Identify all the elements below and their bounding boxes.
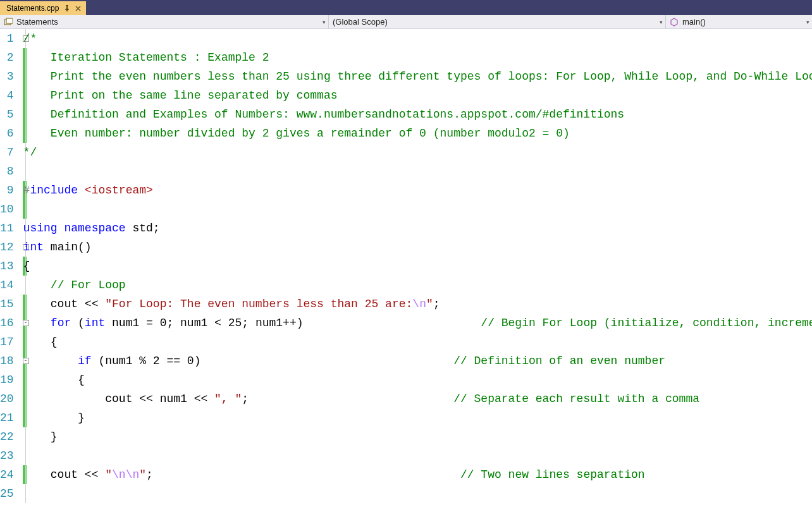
line-number-gutter: 1234567891011121314151617181920212223242… (0, 29, 23, 512)
code-line[interactable]: #include <iostream> (23, 181, 812, 200)
code-line[interactable] (23, 484, 812, 503)
tab-strip: Statements.cpp (0, 0, 812, 15)
chevron-down-icon: ▾ (806, 19, 809, 25)
line-number: 23 (0, 446, 16, 465)
line-number: 24 (0, 465, 16, 484)
line-number: 12 (0, 238, 16, 257)
tab-title: Statements.cpp (6, 4, 59, 13)
line-number: 19 (0, 370, 16, 389)
line-number: 17 (0, 332, 16, 351)
member-selector-label: main() (682, 17, 706, 27)
code-line[interactable] (23, 446, 812, 465)
code-line[interactable]: { (23, 370, 812, 389)
chevron-down-icon: ▾ (323, 19, 326, 25)
member-selector[interactable]: main() ▾ (666, 15, 812, 28)
code-line[interactable] (23, 200, 812, 219)
code-line[interactable]: Iteration Statements : Example 2 (23, 48, 812, 67)
code-line[interactable] (23, 162, 812, 181)
code-line[interactable]: // For Loop (23, 276, 812, 295)
line-number: 13 (0, 257, 16, 276)
line-number: 2 (0, 48, 16, 67)
method-icon (670, 18, 679, 27)
line-number: 3 (0, 67, 16, 86)
code-line[interactable]: cout << "\n\n"; // Two new lines separat… (23, 465, 812, 484)
line-number: 20 (0, 389, 16, 408)
class-icon (4, 18, 13, 27)
code-line[interactable]: cout << num1 << ", "; // Separate each r… (23, 389, 812, 408)
code-editor[interactable]: 1234567891011121314151617181920212223242… (0, 29, 812, 512)
code-line[interactable]: int main() (23, 238, 812, 257)
code-line[interactable]: Even number: number divided by 2 gives a… (23, 124, 812, 143)
class-selector-label: Statements (16, 17, 58, 27)
code-line[interactable]: */ (23, 143, 812, 162)
code-line[interactable]: Print on the same line separated by comm… (23, 86, 812, 105)
code-line[interactable]: { (23, 332, 812, 351)
line-number: 10 (0, 200, 16, 219)
code-line[interactable]: cout << "For Loop: The even numbers less… (23, 295, 812, 314)
scope-selector[interactable]: (Global Scope) ▾ (329, 15, 666, 28)
code-line[interactable]: using namespace std; (23, 219, 812, 238)
code-line[interactable]: } (23, 408, 812, 427)
navigation-bar: Statements ▾ (Global Scope) ▾ main() ▾ (0, 15, 812, 29)
line-number: 11 (0, 219, 16, 238)
line-number: 1 (0, 29, 16, 48)
scope-selector-label: (Global Scope) (333, 17, 388, 27)
code-line[interactable]: Definition and Examples of Numbers: www.… (23, 105, 812, 124)
line-number: 25 (0, 484, 16, 503)
line-number: 4 (0, 86, 16, 105)
close-icon[interactable] (75, 6, 81, 11)
code-line[interactable]: for (int num1 = 0; num1 < 25; num1++) //… (23, 314, 812, 332)
line-number: 22 (0, 427, 16, 446)
class-selector[interactable]: Statements ▾ (0, 15, 329, 28)
line-number: 14 (0, 276, 16, 295)
pin-icon[interactable] (64, 5, 70, 11)
line-number: 15 (0, 295, 16, 314)
document-tab[interactable]: Statements.cpp (0, 1, 86, 15)
line-number: 7 (0, 143, 16, 162)
code-line[interactable]: Print the even numbers less than 25 usin… (23, 67, 812, 86)
code-line[interactable]: /* (23, 29, 812, 48)
code-content[interactable]: /* Iteration Statements : Example 2 Prin… (23, 29, 812, 512)
code-line[interactable]: } (23, 427, 812, 446)
line-number: 16 (0, 314, 16, 332)
chevron-down-icon: ▾ (660, 19, 663, 25)
line-number: 8 (0, 162, 16, 181)
line-number: 5 (0, 105, 16, 124)
line-number: 18 (0, 351, 16, 370)
line-number: 21 (0, 408, 16, 427)
line-number: 6 (0, 124, 16, 143)
line-number: 9 (0, 181, 16, 200)
code-line[interactable]: { (23, 257, 812, 276)
code-line[interactable]: if (num1 % 2 == 0) // Definition of an e… (23, 351, 812, 370)
svg-rect-1 (6, 18, 13, 23)
